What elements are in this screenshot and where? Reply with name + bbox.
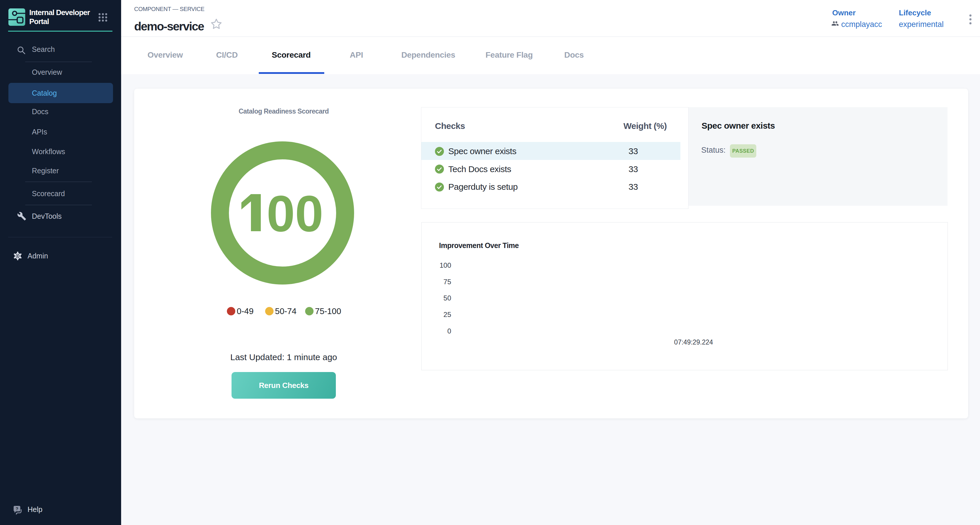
svg-text:?: ? <box>16 506 18 511</box>
svg-text:00: 00 <box>267 185 323 242</box>
